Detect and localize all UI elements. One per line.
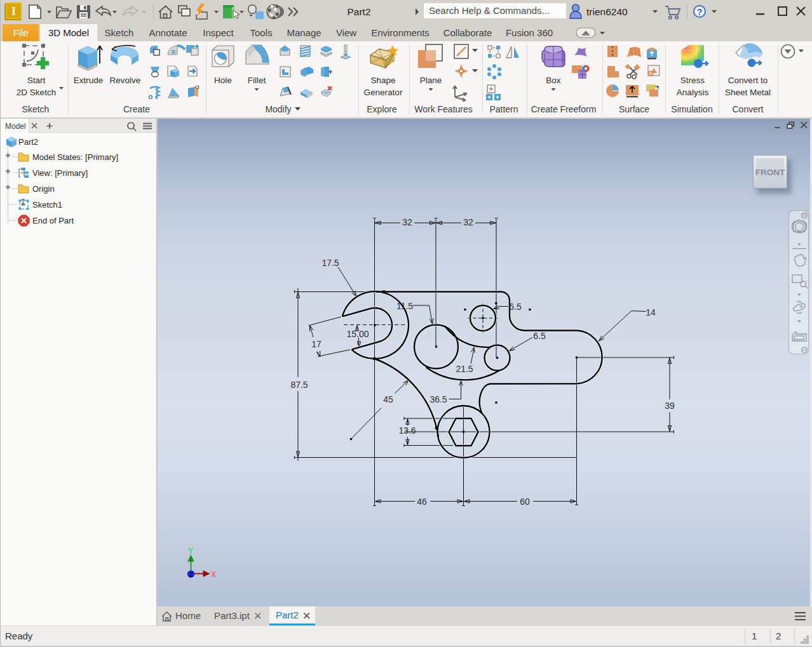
svg-text:Simulation: Simulation (671, 104, 712, 114)
svg-text:Sketch1: Sketch1 (32, 200, 62, 210)
svg-text:Explore: Explore (367, 104, 397, 114)
svg-text:?: ? (697, 7, 703, 17)
svg-text:Revolve: Revolve (110, 76, 141, 85)
svg-text:Generator: Generator (364, 88, 403, 97)
svg-text:36.5: 36.5 (430, 394, 447, 404)
svg-text:6.5: 6.5 (509, 302, 522, 312)
svg-text:32: 32 (402, 217, 412, 227)
svg-text:15.00: 15.00 (346, 329, 369, 339)
svg-text:32: 32 (463, 217, 473, 227)
svg-text:Box: Box (546, 76, 561, 85)
svg-text:Plane: Plane (420, 76, 442, 85)
svg-text:Shape: Shape (370, 76, 395, 85)
svg-text:View: [Primary]: View: [Primary] (32, 168, 88, 178)
svg-text:Create: Create (123, 104, 150, 114)
svg-text:87.5: 87.5 (290, 380, 308, 390)
svg-text:Origin: Origin (32, 184, 55, 194)
svg-text:17.5: 17.5 (321, 258, 339, 268)
svg-text:45: 45 (383, 394, 393, 404)
svg-text:17: 17 (311, 339, 321, 349)
svg-text:Part2: Part2 (18, 137, 38, 147)
svg-text:Y: Y (188, 547, 193, 556)
svg-text:Create Freeform: Create Freeform (531, 104, 597, 114)
svg-text:Fillet: Fillet (248, 76, 266, 85)
svg-text:2D Sketch: 2D Sketch (17, 88, 56, 97)
svg-text:14: 14 (646, 307, 656, 317)
svg-text:Model States: [Primary]: Model States: [Primary] (32, 152, 118, 162)
svg-text:6.5: 6.5 (533, 331, 546, 341)
svg-text:46: 46 (417, 497, 427, 507)
svg-text:Surface: Surface (619, 104, 649, 114)
svg-text:End of Part: End of Part (32, 216, 74, 225)
svg-text:Extrude: Extrude (74, 76, 104, 85)
svg-text:I: I (11, 5, 16, 18)
svg-text:39: 39 (665, 401, 675, 411)
svg-text:Analysis: Analysis (677, 88, 709, 97)
svg-text:Work Features: Work Features (414, 104, 473, 114)
svg-text:Convert to: Convert to (728, 76, 768, 85)
svg-text:Search Help & Commands...: Search Help & Commands... (429, 5, 550, 16)
svg-text:13.6: 13.6 (398, 425, 416, 436)
svg-text:X: X (211, 570, 216, 579)
svg-text:Model: Model (5, 122, 26, 131)
svg-text:21.5: 21.5 (456, 364, 473, 374)
svg-text:Modify: Modify (265, 104, 291, 114)
svg-text:Pattern: Pattern (489, 104, 518, 114)
svg-text:60: 60 (520, 497, 530, 507)
svg-text:Z: Z (189, 571, 193, 578)
svg-text:Sketch: Sketch (22, 104, 50, 114)
svg-text:Convert: Convert (732, 104, 763, 114)
svg-text:Stress: Stress (680, 76, 705, 85)
svg-text:trien6240: trien6240 (586, 6, 628, 17)
svg-text:Sheet Metal: Sheet Metal (725, 88, 771, 97)
svg-text:Part2: Part2 (347, 6, 370, 17)
svg-text:Start: Start (27, 76, 46, 85)
svg-text:11.5: 11.5 (396, 301, 413, 311)
svg-text:Hole: Hole (214, 76, 232, 85)
